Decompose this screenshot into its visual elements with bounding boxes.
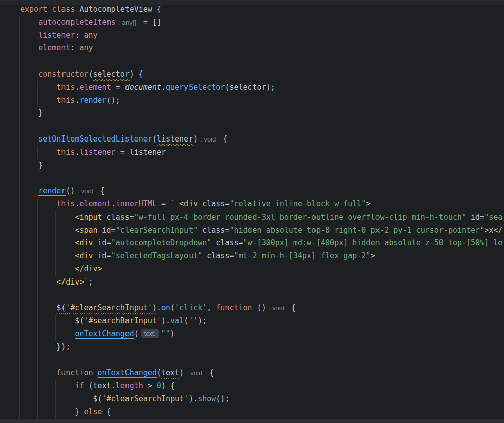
code-token: any [79,43,93,52]
code-token: (); [107,96,120,105]
type-inlay-hint: : any[] [118,19,136,26]
code-token: ( [152,134,157,144]
code-token: : [75,31,84,40]
code-line[interactable]: function onTextChanged(text): void { [20,367,504,380]
code-line[interactable] [20,120,504,133]
code-line[interactable]: this.listener = listener [20,146,504,159]
code-token: #clearSearchInput [70,303,148,312]
code-token: "selectedTagsLayout" [111,251,203,260]
code-line[interactable]: $('#clearSearchInput').on('click', funct… [20,302,504,315]
code-token: "clearSearchInput" [116,226,198,235]
code-line[interactable]: }); [20,341,504,354]
code-token: ( [88,69,93,79]
code-token: ; [88,277,93,287]
code-area[interactable]: export class AutocompleteView { autocomp… [0,3,504,423]
code-line[interactable]: render(): void { [20,185,504,198]
code-token: "w-full px-4 border rounded-3xl border-o… [134,213,466,222]
code-line[interactable] [20,289,504,302]
code-line[interactable] [20,55,504,68]
code-line[interactable]: $('#clearSearchInput').show(); [20,393,504,406]
code-line[interactable]: <span id="clearSearchInput" class="hidde… [20,224,504,237]
code-token [20,18,38,27]
code-line[interactable]: onTextChanged(text:"") [20,328,504,341]
code-line[interactable]: constructor(selector) { [20,68,504,81]
code-line[interactable]: <input class="w-full px-4 border rounded… [20,211,504,224]
code-token: text [161,368,179,377]
type-inlay-hint: : void [186,369,202,377]
code-token: document [125,83,161,92]
code-token: this [56,96,75,105]
code-token: <div [179,199,198,208]
code-line[interactable]: this.element.innerHTML = ` <div class="r… [20,198,504,211]
code-line[interactable]: <div id="autocompleteDropdown" class="w-… [20,237,504,250]
code-token: }); [20,342,70,351]
code-token: listener [157,134,193,144]
code-line[interactable]: } [20,107,504,120]
code-token: <input [75,213,102,222]
code-token: <div [75,251,93,260]
code-token: "" [161,329,170,338]
code-token: $( [20,316,84,325]
code-line[interactable]: if (text.length > 0) { [20,380,504,393]
code-token: ) { [130,69,143,79]
code-token: constructor [38,69,88,79]
code-token: ). [188,394,198,403]
code-token: ( [134,329,139,338]
code-line[interactable] [20,354,504,367]
code-line[interactable] [20,172,504,185]
type-inlay-hint: : void [269,304,284,312]
code-token: length [116,381,143,390]
code-token: (selector); [225,83,275,92]
editor-bottom-panel-strip [0,419,504,423]
code-token [20,96,56,105]
code-token: id= [93,238,111,247]
code-token: </div> [56,277,84,287]
code-line[interactable]: </div> [20,263,504,276]
code-token: #clearSearchInput [107,394,184,403]
code-line[interactable]: this.render(); [20,94,504,107]
code-token: ( [157,368,161,377]
code-token: = [157,199,170,208]
code-token [20,31,38,40]
code-token [20,186,38,195]
code-token [20,277,56,287]
code-token: . [161,83,166,92]
code-line[interactable]: listener: any [20,29,504,42]
code-line[interactable]: </div>`; [20,276,504,289]
code-line[interactable]: setOnItemSelectedListener(listener): voi… [20,133,504,146]
code-line[interactable]: autocompleteItems: any[] = [] [20,16,504,29]
code-token [20,226,75,235]
code-token: $( [20,394,102,403]
code-token [20,238,75,247]
code-token: onTextChanged [98,368,157,377]
code-line[interactable]: } else { [20,406,504,419]
code-token: (text. [84,381,115,390]
code-token: onTextChanged [75,329,134,338]
code-token: AutocompleteView { [75,5,161,14]
code-token: "sea [484,213,502,222]
code-token: listener [79,148,115,157]
code-token: id= [93,251,111,260]
code-token [20,148,56,157]
code-token: export class [20,5,75,14]
code-line[interactable]: } [20,159,504,172]
code-line[interactable]: element: any [20,42,504,55]
code-token: { [218,134,227,144]
code-token: > [366,199,370,208]
code-token [20,368,56,377]
code-line[interactable]: <div id="selectedTagsLayout" class="mt-2… [20,250,504,263]
code-token [20,69,38,79]
code-line[interactable]: $('#searchBarInput').val(''); [20,315,504,328]
code-token: val [170,316,184,325]
code-token: ); [198,316,207,325]
code-token [93,368,98,377]
code-token: ' [184,394,188,403]
code-token: "hidden absolute top-0 right-0 px-2 py-1… [229,226,484,235]
code-token: element [38,43,70,52]
code-token: class= [198,199,229,208]
code-line[interactable]: this.element = document.querySelector(se… [20,81,504,94]
code-token: () [253,303,266,312]
code-token: else [84,407,102,416]
code-token: class= [202,251,234,260]
code-token: } [20,407,84,416]
